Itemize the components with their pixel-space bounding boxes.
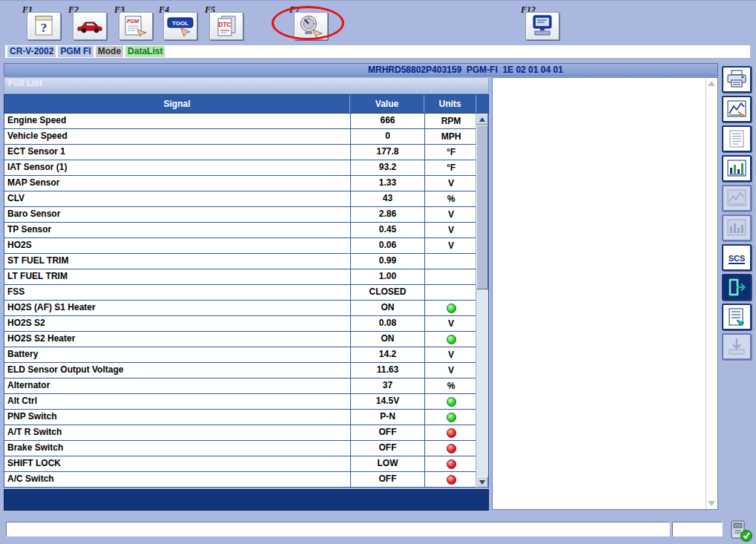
status-lamp (447, 459, 456, 469)
value-cell: ON (351, 332, 425, 347)
page-down-disabled-icon (726, 337, 747, 356)
column-header-signal[interactable]: Signal (4, 95, 350, 113)
signal-cell: A/T R Switch (4, 425, 351, 440)
units-text: % (447, 194, 456, 204)
status-lamp (447, 397, 456, 407)
table-scrollbar[interactable] (476, 114, 488, 488)
f3-pgm-tester-button[interactable]: F3 PGM (113, 4, 157, 42)
gauge-datalist-icon (294, 12, 328, 40)
datalist-rows: Engine Speed 666 RPM Vehicle Speed 0 (4, 114, 477, 488)
column-header-units[interactable]: Units (424, 95, 476, 113)
datalist-table: Engine Speed 666 RPM Vehicle Speed 0 (4, 114, 489, 488)
table-row[interactable]: Vehicle Speed 0 MPH (4, 129, 477, 145)
table-row[interactable]: ST FUEL TRIM 0.99 (4, 254, 477, 269)
f7-datalist-button[interactable]: F7 (288, 4, 332, 42)
table-row[interactable]: A/T R Switch OFF (4, 425, 477, 441)
value-cell: OFF (351, 472, 425, 487)
help-icon: ? (27, 12, 61, 40)
units-cell (425, 410, 477, 425)
units-cell: V (425, 316, 477, 331)
breadcrumb-item[interactable]: CR-V-2002 (7, 46, 56, 57)
value-cell: 177.8 (351, 145, 425, 160)
units-cell: V (425, 363, 477, 378)
units-text: RPM (441, 116, 461, 126)
breadcrumb-item[interactable]: Mode (96, 46, 123, 57)
table-row[interactable]: Engine Speed 666 RPM (4, 114, 477, 129)
graph-review-button (722, 185, 752, 212)
status-lamp (447, 475, 456, 485)
status-message-box (6, 522, 670, 537)
scs-button[interactable]: SCS (722, 244, 752, 271)
svg-text:PGM: PGM (127, 19, 139, 24)
table-row[interactable]: TP Sensor 0.45 V (4, 223, 477, 238)
print-button[interactable] (722, 66, 752, 93)
units-text: V (448, 365, 454, 376)
svg-text:DTC: DTC (218, 21, 231, 28)
detail-panel-scrollbar[interactable] (706, 78, 717, 509)
meter-view-button[interactable] (722, 155, 752, 182)
table-row[interactable]: HO2S S2 Heater ON (4, 332, 477, 347)
table-row[interactable]: IAT Sensor (1) 93.2 °F (4, 160, 477, 176)
breadcrumb-item[interactable]: PGM FI (58, 46, 93, 57)
table-row[interactable]: Alternator 37 % (4, 378, 477, 394)
table-row[interactable]: LT FUEL TRIM 1.00 (4, 269, 477, 285)
meter-view-icon (726, 159, 747, 178)
value-cell: CLOSED (351, 285, 425, 300)
pgm-tester-icon: PGM (119, 12, 153, 40)
table-row[interactable]: Alt Ctrl 14.5V (4, 394, 477, 410)
table-row[interactable]: HO2S S2 0.08 V (4, 316, 477, 332)
units-cell: MPH (425, 129, 477, 144)
units-cell: V (425, 176, 477, 191)
signal-cell: Brake Switch (4, 441, 351, 456)
units-text: V (448, 240, 454, 251)
action-sidebar: SCS (722, 66, 753, 360)
list-view-button[interactable] (722, 125, 752, 152)
table-row[interactable]: Baro Sensor 2.86 V (4, 207, 477, 223)
detail-panel (492, 77, 718, 510)
table-row[interactable]: Brake Switch OFF (4, 441, 477, 456)
signal-cell: Alternator (4, 378, 351, 393)
f4-tool-button[interactable]: F4 TOOL (157, 4, 202, 42)
signal-cell: A/C Switch (4, 472, 351, 487)
table-row[interactable]: MAP Sensor 1.33 V (4, 176, 477, 191)
exit-icon (726, 278, 747, 297)
signal-cell: HO2S S2 (4, 316, 351, 331)
table-row[interactable]: PNP Switch P-N (4, 410, 477, 425)
signal-cell: CLV (4, 191, 351, 206)
f5-dtc-button[interactable]: F5 DTC (203, 4, 248, 42)
table-row[interactable]: A/C Switch OFF (4, 472, 477, 488)
units-cell (425, 472, 477, 487)
table-row[interactable]: ECT Sensor 1 177.8 °F (4, 145, 477, 160)
column-header-value[interactable]: Value (350, 95, 424, 113)
table-row[interactable]: SHIFT LOCK LOW (4, 456, 477, 472)
snapshot-list-button[interactable] (722, 304, 752, 330)
f2-vehicle-button[interactable]: F2 (67, 4, 111, 42)
table-row[interactable]: Battery 14.2 V (4, 347, 477, 363)
vehicle-title-bar: MRHRD58802P403159 PGM-FI 1E 02 01 04 01 (4, 63, 718, 76)
f12-exit-button[interactable]: F12 (519, 4, 564, 42)
value-cell: 0.08 (351, 316, 425, 331)
chevron-down-icon[interactable] (708, 501, 715, 506)
interface-connected-icon[interactable] (727, 519, 754, 543)
scroll-up-button[interactable] (476, 114, 488, 125)
f1-help-button[interactable]: F1 ? (21, 4, 65, 42)
graph-setup-button[interactable] (722, 96, 752, 122)
table-header-row: Signal Value Units (4, 94, 489, 114)
exit-button[interactable] (722, 274, 752, 301)
table-row[interactable]: HO2S (AF) S1 Heater ON (4, 301, 477, 316)
breadcrumb-item[interactable]: DataList (125, 46, 165, 57)
exit-system-icon (525, 12, 559, 40)
table-row[interactable]: CLV 43 % (4, 191, 477, 207)
table-row[interactable]: HO2S 0.06 V (4, 238, 477, 254)
table-row[interactable]: FSS CLOSED (4, 285, 477, 301)
units-cell: V (425, 223, 477, 237)
column-header-spacer (476, 95, 488, 113)
table-scrollbar-thumb[interactable] (476, 125, 488, 289)
signal-cell: HO2S (AF) S1 Heater (4, 301, 351, 315)
units-text: % (447, 381, 456, 391)
scroll-down-button[interactable] (476, 476, 488, 488)
status-lamp (447, 413, 456, 422)
signal-cell: Baro Sensor (4, 207, 351, 222)
table-row[interactable]: ELD Sensor Output Voltage 11.63 V (4, 363, 477, 378)
chevron-up-icon[interactable] (708, 81, 715, 86)
